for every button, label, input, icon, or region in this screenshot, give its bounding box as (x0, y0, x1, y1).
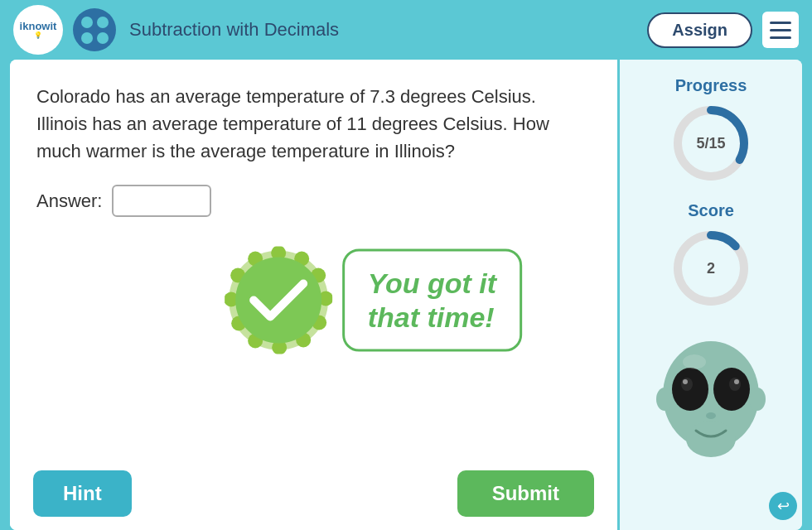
logo-container: iknowit 💡 (13, 5, 63, 55)
svg-point-27 (656, 388, 673, 411)
left-panel: Colorado has an average temperature of 7… (10, 60, 620, 530)
back-icon: ↩ (777, 497, 790, 515)
progress-title: Progress (675, 76, 747, 95)
main-area: Colorado has an average temperature of 7… (10, 60, 802, 530)
film-circles (75, 10, 115, 51)
film-dot-3 (81, 32, 93, 44)
hamburger-line-3 (770, 36, 791, 39)
lesson-title: Subtraction with Decimals (129, 19, 339, 41)
right-panel: Progress 5/15 Score 2 (620, 60, 802, 530)
hint-button[interactable]: Hint (33, 470, 132, 517)
answer-label: Answer: (36, 190, 102, 212)
back-button[interactable]: ↩ (769, 492, 797, 520)
svg-point-22 (683, 379, 688, 384)
score-value: 2 (707, 260, 715, 277)
header-right: Assign (647, 12, 799, 48)
hamburger-menu-button[interactable] (762, 12, 799, 48)
svg-point-29 (683, 354, 706, 369)
hamburger-line-1 (770, 22, 791, 24)
logo-text: iknowit (20, 21, 57, 31)
svg-point-21 (681, 378, 693, 391)
checkmark-badge (225, 247, 332, 354)
question-text: Colorado has an average temperature of 7… (36, 83, 591, 165)
answer-input[interactable] (112, 185, 211, 217)
score-donut: 2 (669, 227, 752, 310)
header: iknowit 💡 Subtraction with Decimals Assi… (0, 0, 812, 60)
film-dot-2 (97, 17, 109, 28)
film-dot-1 (81, 17, 93, 28)
svg-point-19 (686, 421, 736, 457)
progress-value: 5/15 (696, 135, 725, 152)
film-dot-4 (97, 32, 109, 44)
svg-point-28 (749, 388, 766, 411)
score-title: Score (688, 201, 734, 220)
assign-button[interactable]: Assign (647, 12, 752, 48)
alien-svg (653, 333, 769, 461)
scallop-svg (225, 247, 332, 354)
svg-point-26 (706, 412, 716, 419)
film-icon (73, 8, 116, 51)
feedback-text: You got it that time! (368, 267, 496, 335)
score-section: Score 2 (633, 201, 789, 318)
bottom-buttons: Hint Submit (10, 457, 617, 530)
progress-section: Progress 5/15 (633, 76, 789, 193)
feedback-bubble: You got it that time! (342, 249, 522, 352)
logo-bulb: 💡 (34, 31, 42, 39)
svg-point-24 (729, 378, 741, 391)
alien-mascot (653, 333, 769, 457)
hamburger-line-2 (770, 29, 791, 31)
submit-button[interactable]: Submit (457, 470, 594, 517)
progress-donut: 5/15 (669, 102, 752, 185)
answer-row: Answer: (36, 185, 591, 217)
feedback-overlay: You got it that time! (225, 247, 522, 354)
logo-badge: iknowit 💡 (13, 5, 63, 55)
svg-point-13 (235, 258, 321, 344)
svg-point-25 (734, 379, 739, 384)
